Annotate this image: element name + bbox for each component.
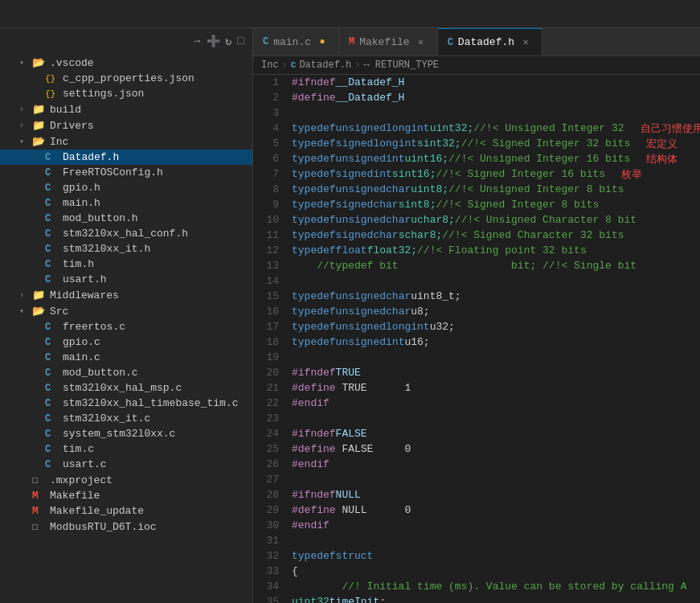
code-line-27 — [292, 472, 700, 487]
tree-arrow-build: › — [19, 105, 32, 114]
line-num-28: 28 — [253, 487, 279, 503]
sidebar-item-stm32l0xx_hal_msp[interactable]: Cstm32l0xx_hal_msp.c — [0, 380, 252, 396]
tree-icon-mxproject: ◻ — [32, 474, 47, 486]
code-line-31 — [292, 533, 700, 548]
tab-datadef_h[interactable]: CDatadef.h✕ — [438, 28, 542, 55]
sidebar-item-makefile[interactable]: MMakefile — [0, 488, 252, 503]
code-line-7: typedef signed int sint16; //!< Signed I… — [292, 166, 700, 182]
code-line-26: #endif — [292, 457, 700, 472]
sidebar-item-stm32l0xx_it[interactable]: Cstm32l0xx_it.h — [0, 241, 252, 256]
line-num-18: 18 — [253, 334, 279, 350]
tree-icon-inc: 📂 — [32, 135, 47, 148]
sidebar-item-drivers[interactable]: ›📁Drivers — [0, 117, 252, 133]
tree-label-system_stm32: system_stm32l0xx.c — [63, 428, 252, 440]
tree-arrow-middlewares: › — [19, 291, 32, 300]
tree-icon-gpio: C — [45, 183, 59, 194]
sidebar-item-vscode[interactable]: ▾📂.vscode — [0, 55, 252, 71]
line-num-29: 29 — [253, 503, 279, 518]
sidebar-item-usart_h[interactable]: Cusart.h — [0, 272, 252, 287]
code-line-14 — [292, 273, 700, 289]
line-num-15: 15 — [253, 289, 279, 304]
breadcrumb-file[interactable]: Datadef.h — [299, 59, 351, 71]
sidebar-item-inc[interactable]: ▾📂Inc — [0, 133, 252, 150]
sidebar-item-freertosconfig[interactable]: CFreeRTOSConfig.h — [0, 165, 252, 180]
tree-label-tim_c: tim.c — [63, 443, 252, 455]
line-num-8: 8 — [253, 182, 279, 197]
line-num-33: 33 — [253, 564, 279, 579]
tree-label-datadef: Datadef.h — [63, 151, 252, 163]
sidebar-item-mod_button_c[interactable]: Cmod_button.c — [0, 365, 252, 380]
line-num-26: 26 — [253, 457, 279, 472]
code-line-13: //typedef bit bit; //!< Single bit — [292, 258, 700, 273]
sidebar-item-tim_c[interactable]: Ctim.c — [0, 441, 252, 457]
sidebar-item-main_c[interactable]: Cmain.c — [0, 350, 252, 365]
tree-label-freertosconfig: FreeRTOSConfig.h — [63, 166, 252, 178]
line-num-7: 7 — [253, 166, 279, 182]
tree-arrow-vscode: ▾ — [19, 58, 32, 68]
tab-close-makefile[interactable]: ✕ — [415, 36, 428, 48]
new-file-icon[interactable]: ➙ — [194, 35, 202, 48]
editor-area: Cmain.c●MMakefile✕CDatadef.h✕ Inc › C Da… — [253, 28, 700, 603]
sidebar-item-datadef[interactable]: CDatadef.h — [0, 150, 252, 165]
code-line-1: #ifndef __Datadef_H — [292, 75, 700, 90]
tree-icon-system_stm32: C — [45, 429, 59, 440]
collapse-icon[interactable]: □ — [237, 35, 244, 48]
tree-arrow-inc: ▾ — [19, 137, 32, 146]
tree-label-main_c: main.c — [63, 351, 252, 363]
sidebar-item-middlewares[interactable]: ›📁Middlewares — [0, 287, 252, 303]
sidebar-item-main_h[interactable]: Cmain.h — [0, 195, 252, 211]
sidebar-item-gpio[interactable]: Cgpio.h — [0, 180, 252, 195]
sidebar-item-src[interactable]: ▾📂Src — [0, 303, 252, 319]
code-line-23 — [292, 411, 700, 426]
tree-icon-main_h: C — [45, 198, 59, 209]
code-line-3 — [292, 105, 700, 121]
line-num-24: 24 — [253, 426, 279, 441]
sidebar-item-gpio_c[interactable]: Cgpio.c — [0, 334, 252, 350]
sidebar-item-c_cpp_properties[interactable]: {}c_cpp_properties.json — [0, 71, 252, 86]
tab-close-main_c[interactable]: ● — [316, 36, 329, 47]
code-line-29: #define NULL 0 — [292, 503, 700, 518]
tree-icon-tim_c: C — [45, 444, 59, 455]
tab-makefile[interactable]: MMakefile✕ — [339, 28, 438, 55]
tabs-bar: Cmain.c●MMakefile✕CDatadef.h✕ — [253, 28, 700, 56]
sidebar-item-mxproject[interactable]: ◻.mxproject — [0, 472, 252, 488]
tree-label-stm32l0xx_hal_timebase: stm32l0xx_hal_timebase_tim.c — [63, 397, 252, 409]
code-editor[interactable]: 1234567891011121314151617181920212223242… — [253, 75, 700, 603]
tree-label-makefile_update: Makefile_update — [50, 505, 252, 517]
tab-main_c[interactable]: Cmain.c● — [253, 28, 339, 55]
sidebar-item-stm32l0xx_it_c[interactable]: Cstm32l0xx_it.c — [0, 411, 252, 426]
tab-close-datadef_h[interactable]: ✕ — [519, 36, 532, 48]
tree-label-mod_button_h: mod_button.h — [63, 212, 252, 224]
sidebar-item-build[interactable]: ›📁build — [0, 101, 252, 117]
code-line-5: typedef signed long int sint32; //!< Sig… — [292, 136, 700, 151]
code-line-18: typedef unsigned int u16; — [292, 334, 700, 350]
sidebar-item-usart_c[interactable]: Cusart.c — [0, 457, 252, 472]
breadcrumb-symbol[interactable]: ↔ RETURN_TYPE — [363, 59, 439, 71]
tree-icon-c_cpp_properties: {} — [45, 74, 59, 84]
sidebar-item-mod_button_h[interactable]: Cmod_button.h — [0, 211, 252, 226]
refresh-icon[interactable]: ↻ — [225, 35, 232, 48]
sidebar-item-stm32l0xx_hal_timebase[interactable]: Cstm32l0xx_hal_timebase_tim.c — [0, 396, 252, 411]
sidebar-item-modbusrtu_ioc[interactable]: ◻ModbusRTU_D6T.ioc — [0, 519, 252, 535]
tree-label-modbusrtu_ioc: ModbusRTU_D6T.ioc — [50, 521, 252, 533]
code-line-35: uint32 timeInit; — [292, 594, 700, 603]
breadcrumb-file-icon: C — [291, 60, 297, 70]
code-line-11: typedef signed char schar8; //!< Signed … — [292, 228, 700, 243]
sidebar-item-stm32l0xx_hal_conf[interactable]: Cstm32l0xx_hal_conf.h — [0, 226, 252, 241]
sidebar-item-settings[interactable]: {}settings.json — [0, 86, 252, 101]
sidebar-item-system_stm32[interactable]: Csystem_stm32l0xx.c — [0, 426, 252, 441]
tree-label-main_h: main.h — [63, 197, 252, 209]
tree-icon-tim_h: C — [45, 259, 59, 270]
code-line-10: typedef unsigned char uchar8; //!< Unsig… — [292, 212, 700, 228]
sidebar-item-freertos_c[interactable]: Cfreertos.c — [0, 319, 252, 334]
code-line-2: #define __Datadef_H — [292, 90, 700, 105]
line-num-20: 20 — [253, 365, 279, 380]
tree-icon-mod_button_c: C — [45, 367, 59, 379]
tree-icon-modbusrtu_ioc: ◻ — [32, 520, 47, 533]
breadcrumb-inc[interactable]: Inc — [261, 59, 279, 71]
new-folder-icon[interactable]: ➕ — [207, 35, 221, 48]
code-line-25: #define FALSE 0 — [292, 441, 700, 457]
sidebar-item-makefile_update[interactable]: MMakefile_update — [0, 503, 252, 519]
line-num-3: 3 — [253, 105, 279, 121]
sidebar-item-tim_h[interactable]: Ctim.h — [0, 256, 252, 272]
